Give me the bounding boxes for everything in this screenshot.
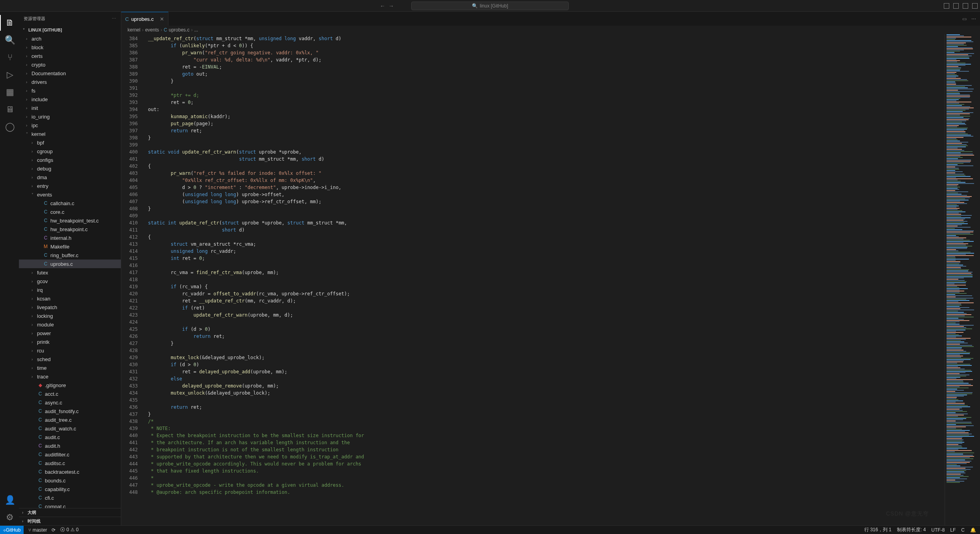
- file-cfi.c[interactable]: Ccfi.c: [19, 493, 121, 502]
- folder-block[interactable]: ›block: [19, 43, 121, 52]
- code-editor[interactable]: __update_ref_ctr(struct mm_struct *mm, u…: [146, 34, 945, 525]
- file-compat.c[interactable]: Ccompat.c: [19, 502, 121, 508]
- file-uprobes.c[interactable]: Cuprobes.c: [19, 260, 121, 268]
- folder-printk[interactable]: ›printk: [19, 337, 121, 346]
- folder-livepatch[interactable]: ›livepatch: [19, 303, 121, 312]
- sidebar-more-icon[interactable]: ⋯: [112, 16, 116, 21]
- status-line-col[interactable]: 行 316，列 1: [864, 527, 891, 533]
- folder-debug[interactable]: ›debug: [19, 164, 121, 173]
- folder-locking[interactable]: ›locking: [19, 312, 121, 320]
- activity-github[interactable]: ◯: [0, 119, 19, 135]
- status-sync[interactable]: ⟳: [52, 527, 55, 533]
- c-file-icon: C: [37, 504, 43, 508]
- file-audit_tree.c[interactable]: Caudit_tree.c: [19, 415, 121, 424]
- folder-certs[interactable]: ›certs: [19, 52, 121, 60]
- h-file-icon: C: [37, 443, 43, 449]
- file-capability.c[interactable]: Ccapability.c: [19, 485, 121, 493]
- folder-drivers[interactable]: ›drivers: [19, 78, 121, 86]
- status-indent[interactable]: 制表符长度: 4: [897, 527, 926, 533]
- layout-panel-icon[interactable]: [953, 3, 959, 9]
- titlebar: ← → 🔍 linux [GitHub]: [0, 0, 980, 12]
- file-hw_breakpoint_test.c[interactable]: Chw_breakpoint_test.c: [19, 216, 121, 225]
- file-audit_watch.c[interactable]: Caudit_watch.c: [19, 424, 121, 433]
- folder-futex[interactable]: ›futex: [19, 268, 121, 277]
- folder-cgroup[interactable]: ›cgroup: [19, 147, 121, 156]
- tab-uprobes[interactable]: C uprobes.c ✕: [121, 12, 168, 26]
- activity-account[interactable]: 👤: [0, 492, 19, 508]
- file-audit_fsnotify.c[interactable]: Caudit_fsnotify.c: [19, 407, 121, 415]
- activity-debug[interactable]: ▷: [0, 67, 19, 83]
- breadcrumbs[interactable]: kernel› events› C uprobes.c› ...: [121, 26, 980, 34]
- minimap[interactable]: [945, 34, 980, 525]
- file-core.c[interactable]: Ccore.c: [19, 208, 121, 216]
- folder-init[interactable]: ›init: [19, 104, 121, 112]
- file-acct.c[interactable]: Cacct.c: [19, 389, 121, 398]
- file-audit.h[interactable]: Caudit.h: [19, 441, 121, 450]
- folder-rcu[interactable]: ›rcu: [19, 346, 121, 355]
- folder-irq[interactable]: ›irq: [19, 286, 121, 294]
- layout-sidebar-left-icon[interactable]: [944, 3, 949, 9]
- folder-kcsan[interactable]: ›kcsan: [19, 294, 121, 303]
- file-callchain.c[interactable]: Ccallchain.c: [19, 199, 121, 208]
- status-remote[interactable]: ⟐ GitHub: [0, 526, 24, 534]
- activity-settings[interactable]: ⚙: [0, 510, 19, 525]
- status-problems[interactable]: ⓧ 0 ⚠ 0: [60, 527, 78, 533]
- project-root[interactable]: ˅ LINUX [GITHUB]: [19, 26, 121, 34]
- activity-explorer[interactable]: 🗎: [0, 15, 19, 31]
- folder-dma[interactable]: ›dma: [19, 173, 121, 182]
- layout-customize-icon[interactable]: [972, 3, 978, 9]
- folder-events[interactable]: ˅events: [19, 190, 121, 199]
- timeline-section[interactable]: › 时间线: [19, 517, 121, 525]
- folder-bpf[interactable]: ›bpf: [19, 138, 121, 147]
- status-eol[interactable]: LF: [950, 527, 956, 533]
- status-branch[interactable]: ⑂ master: [28, 527, 47, 533]
- status-notifications[interactable]: 🔔: [970, 527, 976, 533]
- folder-entry[interactable]: ›entry: [19, 182, 121, 190]
- folder-include[interactable]: ›include: [19, 95, 121, 104]
- chevron-icon: ›: [31, 314, 36, 318]
- command-center[interactable]: 🔍 linux [GitHub]: [411, 2, 569, 10]
- folder-sched[interactable]: ›sched: [19, 355, 121, 363]
- nav-forward[interactable]: →: [388, 3, 394, 9]
- split-editor-icon[interactable]: ▭: [962, 16, 967, 22]
- layout-sidebar-right-icon[interactable]: [963, 3, 968, 9]
- file-hw_breakpoint.c[interactable]: Chw_breakpoint.c: [19, 225, 121, 234]
- file-audit.c[interactable]: Caudit.c: [19, 433, 121, 441]
- close-icon[interactable]: ✕: [160, 16, 164, 22]
- item-label: configs: [37, 157, 53, 163]
- file-.gitignore[interactable]: ◆.gitignore: [19, 381, 121, 389]
- file-backtracetest.c[interactable]: Cbacktracetest.c: [19, 467, 121, 476]
- folder-module[interactable]: ›module: [19, 320, 121, 329]
- folder-trace[interactable]: ›trace: [19, 372, 121, 381]
- outline-section[interactable]: › 大纲: [19, 508, 121, 517]
- folder-kernel[interactable]: ˅kernel: [19, 130, 121, 138]
- folder-gcov[interactable]: ›gcov: [19, 277, 121, 286]
- nav-back[interactable]: ←: [380, 3, 385, 9]
- activity-remote[interactable]: 🖥: [0, 102, 19, 117]
- file-internal.h[interactable]: Cinternal.h: [19, 234, 121, 242]
- file-async.c[interactable]: Casync.c: [19, 398, 121, 407]
- folder-ipc[interactable]: ›ipc: [19, 121, 121, 130]
- activity-extensions[interactable]: ▦: [0, 84, 19, 100]
- folder-power[interactable]: ›power: [19, 329, 121, 337]
- tab-more-icon[interactable]: ⋯: [971, 16, 976, 22]
- sidebar: 资源管理器 ⋯ ˅ LINUX [GITHUB] ›arch›block›cer…: [19, 12, 121, 525]
- folder-arch[interactable]: ›arch: [19, 34, 121, 43]
- folder-Documentation[interactable]: ›Documentation: [19, 69, 121, 78]
- file-auditfilter.c[interactable]: Cauditfilter.c: [19, 450, 121, 459]
- chevron-icon: ›: [31, 331, 36, 336]
- folder-fs[interactable]: ›fs: [19, 86, 121, 95]
- file-ring_buffer.c[interactable]: Cring_buffer.c: [19, 251, 121, 260]
- folder-time[interactable]: ›time: [19, 363, 121, 372]
- folder-configs[interactable]: ›configs: [19, 156, 121, 164]
- folder-crypto[interactable]: ›crypto: [19, 60, 121, 69]
- nav-arrows: ← →: [380, 3, 394, 9]
- status-lang[interactable]: C: [961, 527, 965, 533]
- activity-scm[interactable]: ⑂: [0, 50, 19, 65]
- file-auditsc.c[interactable]: Cauditsc.c: [19, 459, 121, 467]
- file-Makefile[interactable]: MMakefile: [19, 242, 121, 251]
- status-encoding[interactable]: UTF-8: [931, 527, 945, 533]
- file-bounds.c[interactable]: Cbounds.c: [19, 476, 121, 485]
- activity-search[interactable]: 🔍: [0, 32, 19, 48]
- folder-io_uring[interactable]: ›io_uring: [19, 112, 121, 121]
